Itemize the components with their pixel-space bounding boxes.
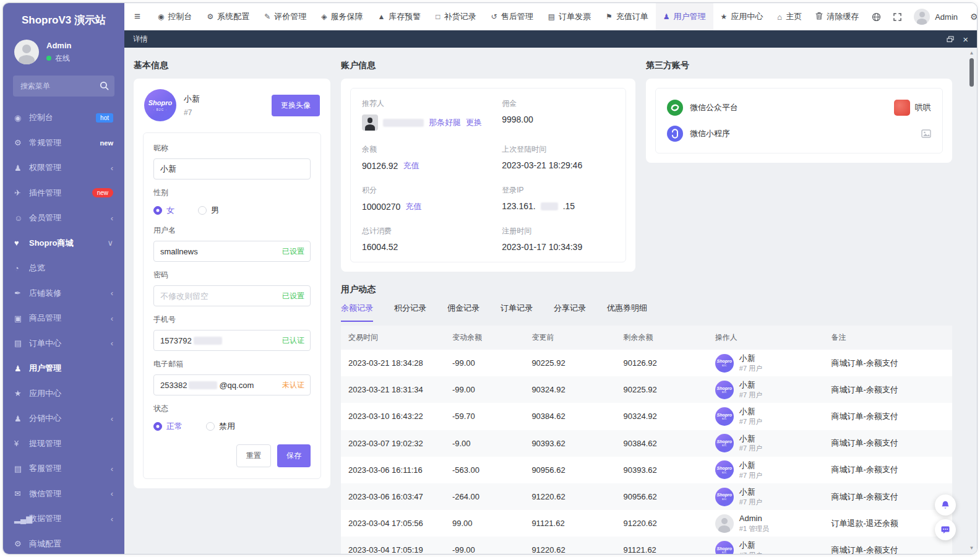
topnav-tab-service-guarantee[interactable]: ◈服务保障 (314, 3, 370, 30)
sidebar-item-wechat[interactable]: ✉微信管理‹ (3, 481, 124, 507)
change-avatar-button[interactable]: 更换头像 (272, 95, 320, 116)
cell-after: 90126.92 (616, 350, 708, 376)
restore-window-icon[interactable] (947, 36, 954, 43)
sidebar-item-label: 数据管理 (29, 513, 111, 524)
sidebar-item-user[interactable]: ♟用户管理 (3, 356, 124, 381)
admin-label: Admin (935, 12, 958, 22)
home-button[interactable]: ⌂ 主页 (770, 11, 809, 22)
user-group-icon: ♟ (14, 163, 29, 173)
reset-button[interactable]: 重置 (236, 444, 271, 467)
sidebar-item-label: 权限管理 (29, 162, 111, 173)
clear-cache-button[interactable]: 清除缓存 (809, 11, 866, 22)
topnav-tab-label: 应用中心 (731, 11, 763, 22)
cell-after: 90225.92 (616, 376, 708, 403)
language-button[interactable] (866, 12, 887, 22)
recharge-link[interactable]: 充值 (403, 160, 419, 171)
search-icon[interactable] (100, 81, 109, 93)
topnav-tab-invoice[interactable]: ▤订单发票 (541, 3, 598, 30)
cell-operator: Admin#1 管理员 (708, 510, 824, 537)
sidebar-item-dashboard[interactable]: ◉控制台hot (3, 105, 124, 131)
chat-fab[interactable] (935, 519, 956, 540)
recharge-link[interactable]: 充值 (405, 201, 421, 212)
sidebar-item-app-center[interactable]: ★应用中心 (3, 381, 124, 407)
notifications-fab[interactable] (935, 494, 956, 516)
wechat-official-icon (667, 100, 683, 116)
topnav-tab-app-center[interactable]: ★应用中心 (713, 3, 771, 30)
home-label: 主页 (786, 11, 802, 22)
cell-note: 商城订单-余额支付 (823, 483, 952, 510)
user-id: #7 (184, 108, 200, 117)
menu-toggle-icon[interactable]: ≡ (124, 3, 150, 30)
status-option[interactable]: 正常 (153, 421, 183, 432)
sidebar-item-order[interactable]: ▤订单中心‹ (3, 331, 124, 356)
close-window-icon[interactable]: × (963, 35, 968, 44)
table-header-cell: 剩余余额 (616, 326, 708, 350)
activity-tab-0[interactable]: 余额记录 (341, 303, 373, 322)
topnav-tab-replenish[interactable]: □补货记录 (428, 3, 483, 30)
field-value: 123.161..15 (502, 201, 614, 211)
operator-name: 小新 (739, 460, 762, 471)
basic-form-box: 昵称性别女男用户名已设置密码已设置手机号1573792已认证电子邮箱253382… (143, 132, 321, 479)
table-header-cell: 交易时间 (341, 326, 445, 350)
operator-sub: #7 用户 (739, 551, 762, 554)
scroll-down-arrow[interactable]: ▼ (969, 545, 974, 551)
sidebar-item-service[interactable]: ▤客服管理‹ (3, 456, 124, 481)
operator-avatar-admin (715, 514, 734, 533)
detail-titlebar: 详情 × (124, 30, 977, 48)
referrer-name[interactable]: 那条好腿 (429, 117, 461, 128)
operator-meta: Admin#1 管理员 (739, 514, 769, 533)
cell-after: 90384.62 (616, 430, 708, 457)
sidebar-item-auth[interactable]: ♟权限管理‹ (3, 155, 124, 181)
brush-icon: ✒ (14, 288, 29, 298)
field-value: 90126.92充值 (362, 160, 497, 171)
status-option[interactable]: 禁用 (206, 421, 235, 432)
operator: ShoproB2C小新#7 用户 (715, 540, 817, 554)
change-referrer-link[interactable]: 更换 (466, 117, 482, 128)
cell-after: 91220.62 (616, 510, 708, 537)
topnav-tab-system-config[interactable]: ⚙系统配置 (199, 3, 257, 30)
fullscreen-button[interactable] (887, 13, 908, 21)
tag-icon: ◈ (321, 12, 327, 21)
gender-option[interactable]: 男 (198, 205, 219, 216)
save-button[interactable]: 保存 (277, 444, 311, 467)
topnav-tab-dashboard[interactable]: ◉控制台 (150, 3, 199, 30)
topnav-tab-evaluation[interactable]: ✎评价管理 (257, 3, 314, 30)
topnav-tab-aftersale[interactable]: ↺售后管理 (484, 3, 541, 30)
sidebar-item-config[interactable]: ⚙商城配置 (3, 532, 124, 555)
activity-tab-2[interactable]: 佣金记录 (447, 303, 479, 322)
activity-tab-3[interactable]: 订单记录 (501, 303, 533, 322)
topnav-tab-recharge-order[interactable]: ⚑充值订单 (598, 3, 656, 30)
third-party-card: 微信公众平台哄哄微信小程序 (646, 79, 952, 163)
sidebar-item-data[interactable]: ▂▄▆数据管理‹ (3, 506, 124, 532)
cell-time: 2023-03-21 18:31:34 (341, 376, 445, 403)
topnav-tab-user-manage[interactable]: ♟用户管理 (656, 3, 713, 30)
sidebar-item-goods[interactable]: ▣商品管理‹ (3, 306, 124, 331)
sidebar-item-general[interactable]: ⚙常规管理new (3, 131, 124, 156)
cell-time: 2023-03-21 18:34:28 (341, 350, 445, 376)
settings-icon[interactable]: ⚙ (964, 12, 978, 22)
sidebar-item-withdraw[interactable]: ¥提现管理 (3, 431, 124, 457)
admin-menu[interactable]: Admin (908, 9, 964, 25)
sidebar-item-member[interactable]: ☺会员管理‹ (3, 205, 124, 231)
sidebar-item-addon[interactable]: ✈插件管理new (3, 181, 124, 206)
activity-tab-1[interactable]: 积分记录 (394, 303, 426, 322)
scrollbar-thumb[interactable] (969, 58, 974, 87)
sidebar-item-overview[interactable]: ◔总览 (3, 256, 124, 281)
activity-tab-5[interactable]: 优惠券明细 (607, 303, 647, 322)
activity-tab-4[interactable]: 分享记录 (554, 303, 586, 322)
scroll-up-arrow[interactable]: ▲ (969, 50, 974, 56)
sidebar-item-label: 商品管理 (29, 313, 111, 324)
field-label: 用户名 (153, 225, 311, 236)
cell-change: -563.00 (445, 457, 524, 483)
scrollbar[interactable]: ▲ ▼ (968, 49, 976, 553)
wechat-miniprogram-icon (667, 126, 683, 142)
gender-option[interactable]: 女 (153, 205, 174, 216)
nickname-input[interactable] (153, 158, 311, 179)
sidebar-item-distribution[interactable]: ♟分销中心‹ (3, 406, 124, 431)
sidebar-item-shop[interactable]: ♥Shopro商城∨ (3, 231, 124, 256)
topnav-tabs: ◉控制台⚙系统配置✎评价管理◈服务保障▲库存预警□补货记录↺售后管理▤订单发票⚑… (150, 3, 770, 30)
bell-icon (940, 500, 950, 510)
third-party-title: 第三方账号 (646, 60, 952, 71)
sidebar-item-decorate[interactable]: ✒店铺装修‹ (3, 281, 124, 306)
topnav-tab-stock-warning[interactable]: ▲库存预警 (370, 3, 428, 30)
